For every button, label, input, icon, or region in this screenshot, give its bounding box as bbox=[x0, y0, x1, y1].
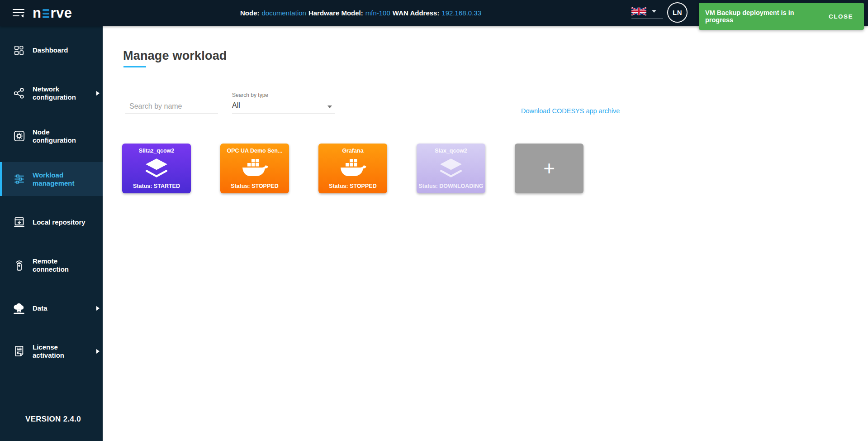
search-type-label: Search by type bbox=[232, 92, 335, 98]
vm-layers-icon bbox=[434, 158, 468, 179]
sidebar-item-dashboard[interactable]: Dashboard bbox=[0, 33, 103, 67]
workload-cards: Slitaz_qcow2 Status: STARTED OPC UA Demo… bbox=[122, 144, 583, 193]
page-title: Manage workload bbox=[123, 49, 227, 63]
sidebar-item-label: Node configuration bbox=[33, 128, 90, 144]
toast-message: VM Backup deployment is in progress bbox=[705, 9, 822, 24]
app: n rve Node: documentation Hardware Model… bbox=[0, 0, 868, 441]
user-avatar[interactable]: LN bbox=[667, 2, 688, 23]
workload-card-slax[interactable]: Slax_qcow2 Status: DOWNLOADING bbox=[417, 144, 485, 193]
version-label: VERSION 2.4.0 bbox=[25, 415, 81, 424]
workload-name: OPC UA Demo Sen... bbox=[227, 148, 282, 154]
sidebar-item-network-configuration[interactable]: Network configuration bbox=[0, 76, 103, 110]
workload-name: Slax_qcow2 bbox=[435, 148, 467, 154]
nerve-logo: n rve bbox=[33, 7, 72, 19]
avatar-initials: LN bbox=[673, 9, 682, 16]
plus-icon: + bbox=[543, 159, 555, 177]
sidebar-item-label: Local repository bbox=[33, 218, 90, 226]
chevron-right-icon bbox=[96, 91, 100, 96]
license-document-icon bbox=[12, 345, 26, 357]
uk-flag-icon bbox=[631, 7, 646, 16]
toast-close-button[interactable]: CLOSE bbox=[829, 13, 853, 20]
sidebar-item-license-activation[interactable]: License activation bbox=[0, 334, 103, 368]
sidebar: Dashboard Network configuration bbox=[0, 26, 103, 441]
search-by-type-select[interactable]: Search by type All bbox=[232, 92, 335, 114]
workload-card-grafana[interactable]: Grafana Status: STOPPED bbox=[318, 144, 387, 193]
chevron-down-icon bbox=[652, 10, 656, 13]
language-selector[interactable] bbox=[631, 5, 663, 19]
workload-status: Status: DOWNLOADING bbox=[418, 183, 483, 189]
vm-layers-icon bbox=[140, 158, 173, 179]
workload-status: Status: STOPPED bbox=[231, 183, 278, 189]
workload-name: Grafana bbox=[342, 148, 363, 154]
chevron-down-icon bbox=[327, 105, 332, 108]
hardware-model-value: mfn-100 bbox=[365, 9, 390, 17]
logo-text-left: n bbox=[33, 7, 41, 19]
toast-notification: VM Backup deployment is in progress CLOS… bbox=[699, 3, 864, 30]
docker-whale-icon bbox=[338, 158, 368, 179]
sidebar-item-local-repository[interactable]: Local repository bbox=[0, 205, 103, 239]
workload-status: Status: STOPPED bbox=[329, 183, 376, 189]
search-type-value: All bbox=[232, 101, 335, 110]
sidebar-item-label: Workload management bbox=[33, 171, 90, 187]
node-gear-icon bbox=[12, 130, 26, 142]
title-underline bbox=[123, 66, 146, 67]
sidebar-item-data[interactable]: Data bbox=[0, 291, 103, 325]
logo-text-right: rve bbox=[50, 7, 72, 19]
hardware-model-label: Hardware Model: bbox=[308, 9, 363, 17]
workload-sliders-icon bbox=[12, 173, 26, 185]
wan-address-label: WAN Address: bbox=[393, 9, 440, 17]
workload-card-slitaz[interactable]: Slitaz_qcow2 Status: STARTED bbox=[122, 144, 191, 193]
wan-address-value: 192.168.0.33 bbox=[441, 9, 481, 17]
workload-name: Slitaz_qcow2 bbox=[139, 148, 175, 154]
repository-box-icon bbox=[12, 216, 26, 228]
sidebar-item-remote-connection[interactable]: Remote connection bbox=[0, 248, 103, 282]
sidebar-item-label: Network configuration bbox=[33, 85, 90, 101]
dashboard-grid-icon bbox=[12, 44, 26, 56]
sidebar-item-workload-management[interactable]: Workload management bbox=[0, 162, 103, 196]
sidebar-item-label: Remote connection bbox=[33, 257, 90, 273]
menu-toggle-icon[interactable] bbox=[13, 8, 24, 18]
workload-card-opcua[interactable]: OPC UA Demo Sen... Status: STOPPED bbox=[220, 144, 289, 193]
sidebar-item-node-configuration[interactable]: Node configuration bbox=[0, 119, 103, 153]
node-value-link[interactable]: documentation bbox=[262, 9, 306, 17]
node-label: Node: bbox=[240, 9, 260, 17]
chevron-right-icon bbox=[96, 349, 100, 354]
sidebar-item-label: License activation bbox=[33, 343, 90, 360]
search-input[interactable] bbox=[129, 102, 223, 110]
docker-whale-icon bbox=[240, 158, 270, 179]
logo-e-bars-icon bbox=[43, 9, 49, 18]
workload-status: Status: STARTED bbox=[133, 183, 180, 189]
node-info: Node: documentation Hardware Model: mfn-… bbox=[240, 0, 481, 26]
sidebar-nav: Dashboard Network configuration bbox=[0, 26, 103, 368]
sidebar-item-label: Dashboard bbox=[33, 46, 90, 54]
chevron-right-icon bbox=[96, 306, 100, 311]
sidebar-item-label: Data bbox=[33, 304, 90, 312]
network-share-icon bbox=[12, 87, 26, 99]
search-by-name-field bbox=[125, 99, 218, 114]
remote-control-icon bbox=[12, 259, 26, 271]
cloud-data-icon bbox=[12, 302, 26, 315]
add-workload-button[interactable]: + bbox=[515, 144, 583, 193]
download-codesys-link[interactable]: Download CODESYS app archive bbox=[521, 107, 620, 115]
